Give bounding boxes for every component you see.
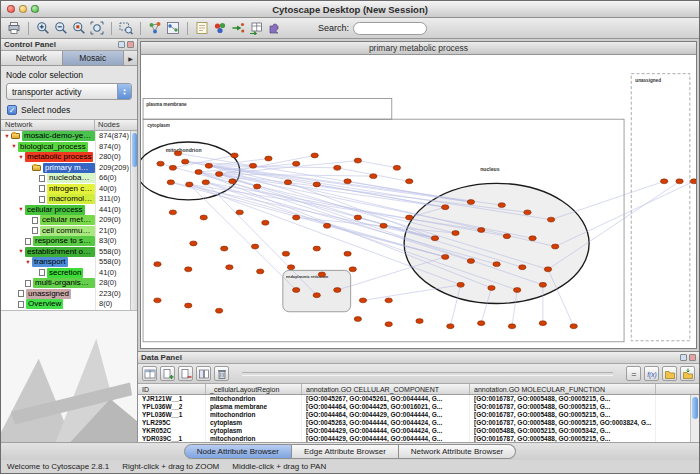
network-edge[interactable] <box>288 182 435 238</box>
column-header-cellularlayoutregion[interactable]: _cellularLayoutRegion <box>206 384 302 394</box>
network-node[interactable] <box>251 244 258 249</box>
create-attribute-icon[interactable] <box>160 366 175 381</box>
network-node[interactable] <box>676 179 683 184</box>
tree-row[interactable]: ▼biological_process874(0) <box>1 142 130 153</box>
table-row[interactable]: YJR121W__1mitochondrion[GO:0045267, GO:0… <box>138 395 699 403</box>
expander-icon[interactable]: ▼ <box>24 260 32 266</box>
network-node[interactable] <box>488 285 495 290</box>
table-row[interactable]: YPL036W__2plasma membrane[GO:0044464, GO… <box>138 403 699 411</box>
tree-row[interactable]: cell communication21(0) <box>1 226 130 237</box>
network-node[interactable] <box>236 210 243 215</box>
network-node[interactable] <box>547 217 554 222</box>
network-node[interactable] <box>570 324 577 329</box>
network-node[interactable] <box>169 210 176 215</box>
vizmapper-icon[interactable] <box>212 20 228 36</box>
network-node[interactable] <box>431 236 438 241</box>
tab-mosaic[interactable]: Mosaic <box>63 51 125 65</box>
minimize-window-button[interactable] <box>19 5 27 13</box>
network-node[interactable] <box>190 241 197 246</box>
tree-row[interactable]: secretion41(0) <box>1 268 130 279</box>
network-node[interactable] <box>313 293 320 298</box>
network-node[interactable] <box>249 163 256 168</box>
network-node[interactable] <box>215 172 222 177</box>
network-node[interactable] <box>200 215 207 220</box>
zoom-region-icon[interactable] <box>118 20 134 36</box>
network-node[interactable] <box>354 158 361 163</box>
network-node[interactable] <box>231 153 238 158</box>
search-input[interactable] <box>353 22 427 35</box>
network-node[interactable] <box>313 246 320 251</box>
tab-network[interactable]: Network <box>1 51 63 65</box>
network-node[interactable] <box>513 288 520 293</box>
network-node[interactable] <box>467 200 474 205</box>
network-node[interactable] <box>467 259 474 264</box>
expander-icon[interactable]: ▼ <box>17 249 25 255</box>
network-node[interactable] <box>229 179 236 184</box>
open-folder-icon[interactable] <box>662 366 677 381</box>
network-node[interactable] <box>406 179 413 184</box>
network-node[interactable] <box>265 156 272 161</box>
network-node[interactable] <box>311 153 318 158</box>
network-node[interactable] <box>313 182 320 187</box>
network-node[interactable] <box>349 267 356 272</box>
tab-node-attribute-browser[interactable]: Node Attribute Browser <box>184 444 292 459</box>
tree-column-network[interactable]: Network <box>1 120 95 130</box>
network-node[interactable] <box>195 170 202 175</box>
tree-column-nodes[interactable]: Nodes <box>95 120 137 130</box>
network-node[interactable] <box>519 265 526 270</box>
network-node[interactable] <box>442 254 449 259</box>
chevron-down-icon[interactable] <box>117 84 131 99</box>
tree-row[interactable]: ▼transport558(0) <box>1 257 130 268</box>
network-node[interactable] <box>334 165 341 170</box>
zoom-selected-icon[interactable] <box>71 20 87 36</box>
network-node[interactable] <box>524 210 531 215</box>
network-node[interactable] <box>202 180 209 185</box>
network-edge[interactable] <box>189 184 296 290</box>
close-panel-icon[interactable] <box>127 41 134 48</box>
network-node[interactable] <box>334 288 341 293</box>
tree-row[interactable]: macromolecule metabolic process311(0) <box>1 194 130 205</box>
network-node[interactable] <box>292 161 299 166</box>
network-node[interactable] <box>215 308 222 313</box>
tree-row[interactable]: response to stimulus83(0) <box>1 236 130 247</box>
tree-row[interactable]: Overview8(0) <box>1 299 130 310</box>
network-node[interactable] <box>292 288 299 293</box>
network-canvas[interactable]: plasma membranecytoplasmmitochondrionnuc… <box>141 55 696 348</box>
network-node[interactable] <box>292 215 299 220</box>
table-row[interactable]: YDR039C__1mitochondrion[GO:0044429, GO:0… <box>138 435 699 442</box>
tree-row[interactable]: cellular metabolic process209(0) <box>1 215 130 226</box>
network-node[interactable] <box>406 215 413 220</box>
network-node[interactable] <box>539 321 546 326</box>
tab-overflow-arrow-icon[interactable] <box>124 51 137 65</box>
network-node[interactable] <box>393 165 400 170</box>
network-node[interactable] <box>253 184 260 189</box>
table-scrollbar[interactable] <box>690 395 699 442</box>
tree-row[interactable]: unassigned223(0) <box>1 289 130 300</box>
node-color-select[interactable]: transporter activity <box>6 83 132 100</box>
float-panel-icon[interactable] <box>118 41 125 48</box>
table-scrollbar-thumb[interactable] <box>692 397 698 419</box>
tab-edge-attribute-browser[interactable]: Edge Attribute Browser <box>292 444 399 459</box>
network-manager-icon[interactable] <box>165 20 181 36</box>
network-node[interactable] <box>477 227 484 232</box>
delete-attribute-icon[interactable] <box>178 366 193 381</box>
network-node[interactable] <box>452 231 459 236</box>
column-header-annotation-go-cellular-component[interactable]: annotation.GO CELLULAR_COMPONENT <box>302 384 470 394</box>
network-node[interactable] <box>167 180 174 185</box>
tree-row[interactable]: ▼mosaic-demo-yeast874(874) <box>1 131 130 142</box>
trash-icon[interactable] <box>214 366 229 381</box>
table-row[interactable]: YPL036W__1mitochondrion[GO:0044464, GO:0… <box>138 411 699 419</box>
zoom-in-icon[interactable] <box>35 20 51 36</box>
annotation-icon[interactable] <box>194 20 210 36</box>
function-builder-icon[interactable]: f(x) <box>644 366 659 381</box>
network-node[interactable] <box>284 180 291 185</box>
window-titlebar[interactable]: Cytoscape Desktop (New Session) <box>1 1 699 18</box>
tree-row[interactable]: nucleobase, nucleoside metabolic process… <box>1 173 130 184</box>
tree-row[interactable]: nitrogen compound metabolic process40(0) <box>1 184 130 195</box>
network-node[interactable] <box>354 317 361 322</box>
network-node[interactable] <box>282 251 289 256</box>
network-node[interactable] <box>503 234 510 239</box>
table-row[interactable]: YKR052Ccytoplasm[GO:0044429, GO:0044444,… <box>138 427 699 435</box>
network-node[interactable] <box>157 161 164 166</box>
tab-network-attribute-browser[interactable]: Network Attribute Browser <box>399 444 516 459</box>
